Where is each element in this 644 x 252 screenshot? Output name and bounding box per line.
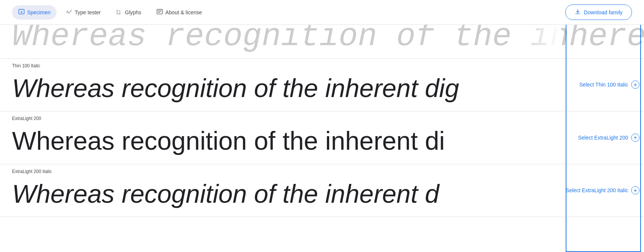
select-extralight-200-action[interactable]: Select ExtraLight 200 + [578, 134, 639, 142]
specimen-icon: A [18, 8, 25, 17]
svg-text:Ω: Ω [116, 12, 118, 15]
extralight-200-italic-content: ExtraLight 200 Italic Whereas recognitio… [0, 164, 644, 217]
select-thin-100-italic-action[interactable]: Select Thin 100 Italic + [579, 80, 639, 89]
select-extralight-200-italic-action[interactable]: Select ExtraLight 200 Italic + [566, 186, 639, 194]
select-extralight-200-italic-plus[interactable]: + [631, 186, 639, 194]
nav-tabs: A Specimen A Type tester A x Ω β [12, 5, 208, 20]
thin-100-italic-label: Thin 100 Italic [0, 59, 557, 70]
tab-specimen-label: Specimen [27, 9, 50, 15]
extralight-200-italic-preview: Whereas recognition of the inherent d [12, 179, 545, 209]
tab-specimen[interactable]: A Specimen [12, 5, 56, 20]
select-extralight-200-italic-label: Select ExtraLight 200 Italic [566, 187, 628, 193]
glyphs-icon: A x Ω β [116, 8, 123, 17]
tab-glyphs[interactable]: A x Ω β Glyphs [110, 5, 148, 20]
top-overflow-section: Whereas recognition of the inherent dig [0, 25, 644, 59]
extralight-200-section: ExtraLight 200 Whereas recognition of th… [0, 111, 644, 164]
thin-100-italic-content: Thin 100 Italic Whereas recognition of t… [0, 59, 644, 111]
svg-text:A: A [20, 10, 23, 14]
select-thin-100-italic-plus[interactable]: + [631, 80, 639, 89]
thin-100-italic-preview: Whereas recognition of the inherent dig [12, 73, 545, 104]
top-navigation: A Specimen A Type tester A x Ω β [0, 0, 644, 25]
svg-text:A: A [66, 9, 69, 14]
tab-type-tester-label: Type tester [75, 9, 101, 15]
tab-glyphs-label: Glyphs [125, 9, 142, 15]
tab-type-tester[interactable]: A Type tester [60, 5, 107, 20]
top-overflow-text: Whereas recognition of the inherent dig [12, 25, 554, 58]
type-tester-icon: A [66, 8, 72, 17]
download-icon [575, 9, 581, 16]
about-icon [156, 8, 163, 17]
extralight-200-italic-section: ExtraLight 200 Italic Whereas recognitio… [0, 164, 644, 217]
extralight-200-preview: Whereas recognition of the inherent di [12, 126, 545, 156]
svg-text:β: β [119, 12, 121, 15]
thin-100-italic-section: Thin 100 Italic Whereas recognition of t… [0, 59, 644, 112]
svg-line-3 [69, 10, 72, 13]
tab-about-label: About & license [165, 9, 202, 15]
main-content: Whereas recognition of the inherent dig … [0, 25, 644, 217]
extralight-200-content: ExtraLight 200 Whereas recognition of th… [0, 111, 644, 164]
tab-about[interactable]: About & license [150, 5, 208, 20]
extralight-200-italic-label: ExtraLight 200 Italic [0, 164, 557, 176]
extralight-200-label: ExtraLight 200 [0, 111, 557, 123]
select-extralight-200-plus[interactable]: + [631, 134, 639, 142]
select-thin-100-italic-label: Select Thin 100 Italic [579, 82, 628, 88]
select-extralight-200-label: Select ExtraLight 200 [578, 135, 628, 141]
download-family-button[interactable]: Download family [565, 5, 632, 20]
download-family-label: Download family [584, 9, 623, 15]
